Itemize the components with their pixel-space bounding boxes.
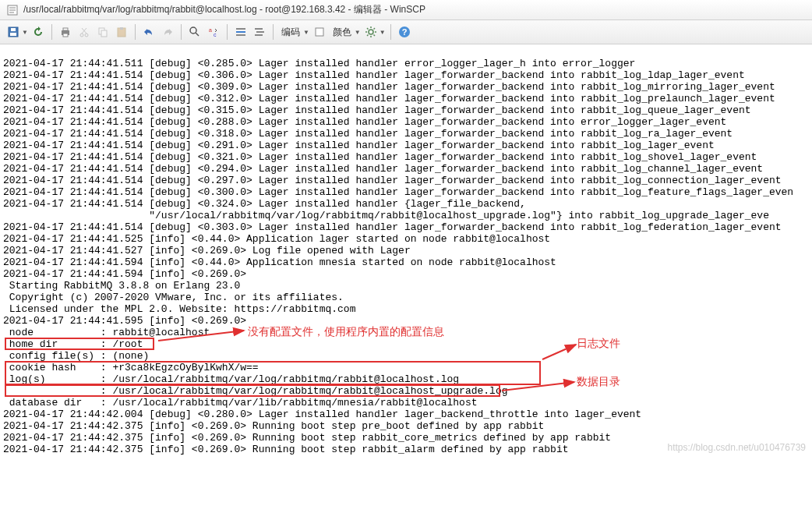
svg-text:a: a bbox=[209, 27, 212, 33]
arrow-log-file bbox=[541, 342, 580, 365]
svg-text:c: c bbox=[214, 32, 217, 37]
save-dropdown-arrow[interactable]: ▼ bbox=[22, 29, 28, 36]
svg-text:?: ? bbox=[401, 27, 407, 37]
svg-rect-22 bbox=[236, 28, 245, 30]
svg-rect-8 bbox=[63, 28, 68, 30]
svg-point-29 bbox=[369, 30, 373, 34]
svg-rect-28 bbox=[316, 28, 323, 36]
color-label[interactable]: 颜色 bbox=[330, 26, 355, 39]
svg-rect-17 bbox=[120, 27, 123, 30]
replace-button[interactable]: ac bbox=[205, 23, 222, 41]
title-bar: /usr/local/rabbitmq/var/log/rabbitmq/rab… bbox=[0, 0, 812, 20]
svg-line-34 bbox=[367, 28, 369, 30]
highlight-config bbox=[5, 338, 154, 350]
annotation-data-dir: 数据目录 bbox=[577, 376, 620, 387]
find-button[interactable] bbox=[186, 23, 203, 41]
encoding-label[interactable]: 编码 bbox=[278, 26, 303, 39]
redo-button[interactable] bbox=[159, 23, 176, 41]
svg-rect-23 bbox=[236, 31, 245, 33]
arrow-no-config bbox=[154, 327, 248, 347]
cut-button[interactable] bbox=[76, 23, 93, 41]
save-button[interactable] bbox=[5, 23, 22, 41]
svg-rect-27 bbox=[255, 34, 263, 36]
paste-button[interactable] bbox=[113, 23, 130, 41]
color-dropdown-arrow[interactable]: ▼ bbox=[355, 29, 361, 36]
editor-content[interactable]: 2021-04-17 21:44:41.511 [debug] <0.285.0… bbox=[0, 44, 812, 457]
encoding-dropdown-arrow[interactable]: ▼ bbox=[303, 29, 309, 36]
refresh-button[interactable] bbox=[30, 23, 47, 41]
color-square[interactable] bbox=[311, 23, 328, 41]
svg-rect-26 bbox=[256, 31, 264, 33]
annotation-log-file: 日志文件 bbox=[577, 338, 620, 349]
highlight-logs bbox=[5, 361, 541, 385]
svg-rect-24 bbox=[236, 34, 245, 36]
svg-point-10 bbox=[80, 34, 83, 37]
toolbar: ▼ ac 编码 ▼ 颜色 ▼ ▼ ? bbox=[0, 20, 812, 44]
svg-line-37 bbox=[373, 28, 375, 30]
svg-line-41 bbox=[542, 345, 576, 359]
svg-rect-5 bbox=[10, 33, 16, 36]
app-icon bbox=[6, 4, 19, 16]
separator bbox=[181, 24, 182, 40]
highlight-database bbox=[5, 384, 500, 397]
svg-rect-25 bbox=[255, 28, 263, 30]
svg-line-35 bbox=[373, 35, 375, 37]
separator bbox=[51, 24, 52, 40]
separator bbox=[390, 24, 391, 40]
separator bbox=[135, 24, 136, 40]
window-title: /usr/local/rabbitmq/var/log/rabbitmq/rab… bbox=[23, 3, 425, 16]
settings-dropdown-arrow[interactable]: ▼ bbox=[380, 29, 386, 36]
svg-rect-6 bbox=[11, 28, 16, 31]
print-button[interactable] bbox=[57, 23, 74, 41]
format-button[interactable] bbox=[251, 23, 268, 41]
undo-button[interactable] bbox=[140, 23, 157, 41]
help-button[interactable]: ? bbox=[396, 23, 413, 41]
arrow-data-dir bbox=[500, 378, 578, 397]
svg-rect-9 bbox=[63, 34, 68, 37]
svg-rect-15 bbox=[101, 30, 107, 37]
svg-point-18 bbox=[190, 27, 196, 34]
svg-point-11 bbox=[85, 34, 88, 37]
svg-line-36 bbox=[367, 35, 369, 37]
separator bbox=[227, 24, 228, 40]
copy-button[interactable] bbox=[94, 23, 111, 41]
watermark: https://blog.csdn.net/u010476739 bbox=[668, 442, 806, 454]
svg-line-19 bbox=[196, 33, 199, 36]
svg-line-40 bbox=[158, 331, 244, 341]
settings-button[interactable] bbox=[362, 23, 380, 41]
separator bbox=[273, 24, 274, 40]
goto-button[interactable] bbox=[232, 23, 249, 41]
annotation-no-config: 没有配置文件，使用程序内置的配置信息 bbox=[248, 326, 444, 338]
svg-line-42 bbox=[502, 382, 574, 391]
